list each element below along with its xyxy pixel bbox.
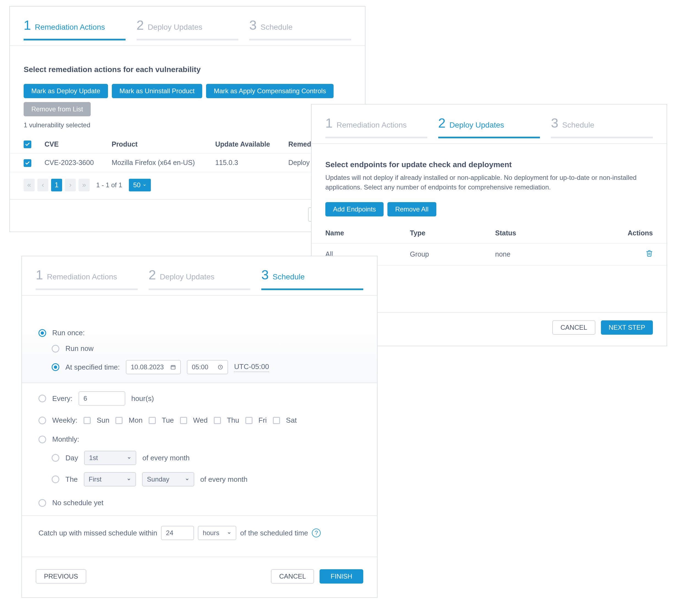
- every-value-input[interactable]: 6: [79, 391, 125, 406]
- step-remediation-actions[interactable]: 1Remediation Actions: [23, 18, 126, 41]
- catchup-value-input[interactable]: 24: [161, 526, 194, 540]
- col-product: Product: [105, 135, 208, 153]
- col-type: Type: [396, 223, 481, 243]
- page-range: 1 - 1 of 1: [96, 181, 122, 189]
- step-label: Remediation Actions: [337, 121, 407, 129]
- col-status: Status: [481, 223, 570, 243]
- calendar-icon: [170, 364, 176, 370]
- chevron-down-icon: [127, 456, 131, 460]
- section-heading: Select remediation actions for each vuln…: [10, 46, 365, 84]
- remove-all-button[interactable]: Remove All: [387, 202, 436, 216]
- day-tue-checkbox[interactable]: [149, 417, 156, 424]
- next-step-button[interactable]: NEXT STEP: [601, 320, 653, 335]
- at-specified-time-radio[interactable]: [52, 363, 59, 371]
- step-schedule[interactable]: 3Schedule: [551, 115, 653, 138]
- step-label: Deploy Updates: [160, 273, 214, 281]
- weekly-radio[interactable]: [38, 417, 46, 424]
- section-heading: Select endpoints for update check and de…: [325, 160, 653, 169]
- every-label: Every:: [52, 394, 73, 403]
- section-description: Updates will not deploy if already insta…: [325, 173, 653, 192]
- monthly-suffix: of every month: [142, 454, 190, 462]
- cell-update: 115.0.3: [208, 153, 282, 172]
- cell-product: Mozilla Firefox (x64 en-US): [105, 153, 208, 172]
- previous-button[interactable]: PREVIOUS: [36, 569, 86, 584]
- step-schedule[interactable]: 3Schedule: [261, 267, 363, 290]
- monthly-radio[interactable]: [38, 436, 46, 443]
- row-checkbox[interactable]: [23, 159, 31, 167]
- step-remediation-actions[interactable]: 1Remediation Actions: [36, 267, 138, 290]
- timezone-link[interactable]: UTC-05:00: [234, 363, 269, 372]
- cell-status: none: [481, 243, 570, 265]
- select-all-checkbox[interactable]: [23, 140, 31, 148]
- page-number-button[interactable]: 1: [51, 179, 62, 191]
- step-label: Schedule: [562, 121, 594, 129]
- stepper: 1Remediation Actions 2Deploy Updates 3Sc…: [22, 256, 377, 295]
- add-endpoints-button[interactable]: Add Endpoints: [325, 202, 383, 216]
- cancel-button[interactable]: CANCEL: [271, 569, 314, 584]
- stepper: 1Remediation Actions 2Deploy Updates 3Sc…: [312, 105, 667, 143]
- run-once-label: Run once:: [52, 329, 85, 337]
- page-prev-button[interactable]: ‹: [37, 179, 48, 191]
- day-wed-checkbox[interactable]: [180, 417, 187, 424]
- day-thu-checkbox[interactable]: [214, 417, 221, 424]
- chevron-down-icon: [127, 477, 131, 481]
- cell-cve: CVE-2023-3600: [38, 153, 105, 172]
- step-remediation-actions[interactable]: 1Remediation Actions: [325, 115, 427, 138]
- chevron-down-icon: [185, 477, 189, 481]
- step-deploy-updates[interactable]: 2Deploy Updates: [149, 267, 251, 290]
- catchup-prefix: Catch up with missed schedule within: [38, 529, 157, 537]
- monthly-suffix: of every month: [200, 475, 248, 484]
- monthly-the-label: The: [65, 475, 78, 484]
- recurring-section: Every: 6 hour(s) Weekly: Sun Mon Tue Wed…: [22, 383, 377, 515]
- monthly-weekday-select[interactable]: Sunday: [142, 472, 194, 487]
- day-sun-checkbox[interactable]: [83, 417, 91, 424]
- day-mon-checkbox[interactable]: [115, 417, 123, 424]
- catchup-suffix: of the scheduled time: [240, 529, 308, 537]
- chevron-down-icon: [227, 531, 231, 535]
- step-schedule[interactable]: 3Schedule: [249, 18, 351, 41]
- remove-from-list-button[interactable]: Remove from List: [23, 102, 91, 116]
- date-input[interactable]: 10.08.2023: [126, 360, 181, 374]
- page-size-select[interactable]: 50: [129, 179, 151, 191]
- day-sat-checkbox[interactable]: [273, 417, 280, 424]
- page-next-button[interactable]: ›: [65, 179, 76, 191]
- col-update: Update Available: [208, 135, 282, 153]
- mark-uninstall-product-button[interactable]: Mark as Uninstall Product: [112, 84, 202, 98]
- weekly-label: Weekly:: [52, 416, 78, 425]
- monthly-day-radio[interactable]: [52, 454, 59, 462]
- mark-compensating-controls-button[interactable]: Mark as Apply Compensating Controls: [206, 84, 334, 98]
- catchup-unit-select[interactable]: hours: [198, 526, 236, 540]
- svg-rect-0: [171, 366, 175, 369]
- no-schedule-label: No schedule yet: [52, 498, 103, 507]
- panel-schedule: 1Remediation Actions 2Deploy Updates 3Sc…: [21, 256, 378, 598]
- time-input[interactable]: 05:00: [187, 360, 228, 374]
- day-fri-checkbox[interactable]: [246, 417, 253, 424]
- delete-row-button[interactable]: [646, 250, 653, 259]
- no-schedule-radio[interactable]: [38, 499, 46, 507]
- help-icon[interactable]: ?: [312, 528, 321, 537]
- panel-footer: PREVIOUS CANCEL FINISH: [22, 557, 377, 597]
- step-label: Schedule: [272, 273, 305, 281]
- finish-button[interactable]: FINISH: [319, 569, 363, 584]
- clock-icon: [218, 364, 223, 370]
- mark-deploy-update-button[interactable]: Mark as Deploy Update: [23, 84, 108, 98]
- step-deploy-updates[interactable]: 2Deploy Updates: [137, 18, 238, 41]
- page-first-button[interactable]: «: [23, 179, 35, 191]
- step-label: Deploy Updates: [147, 23, 202, 32]
- monthly-day-select[interactable]: 1st: [84, 451, 136, 465]
- step-deploy-updates[interactable]: 2Deploy Updates: [438, 115, 540, 138]
- every-radio[interactable]: [38, 395, 46, 402]
- col-cve: CVE: [38, 135, 105, 153]
- monthly-label: Monthly:: [52, 435, 79, 444]
- monthly-the-radio[interactable]: [52, 476, 59, 483]
- every-unit-label: hour(s): [131, 394, 154, 403]
- run-now-label: Run now: [65, 344, 94, 353]
- page-last-button[interactable]: »: [79, 179, 90, 191]
- run-once-radio[interactable]: [38, 329, 46, 337]
- run-once-section: Run once: Run now At specified time: 10.…: [22, 320, 377, 383]
- monthly-ordinal-select[interactable]: First: [84, 472, 136, 487]
- cancel-button[interactable]: CANCEL: [552, 320, 596, 335]
- run-now-radio[interactable]: [52, 345, 59, 353]
- stepper: 1Remediation Actions 2Deploy Updates 3Sc…: [10, 6, 365, 45]
- step-label: Schedule: [260, 23, 292, 32]
